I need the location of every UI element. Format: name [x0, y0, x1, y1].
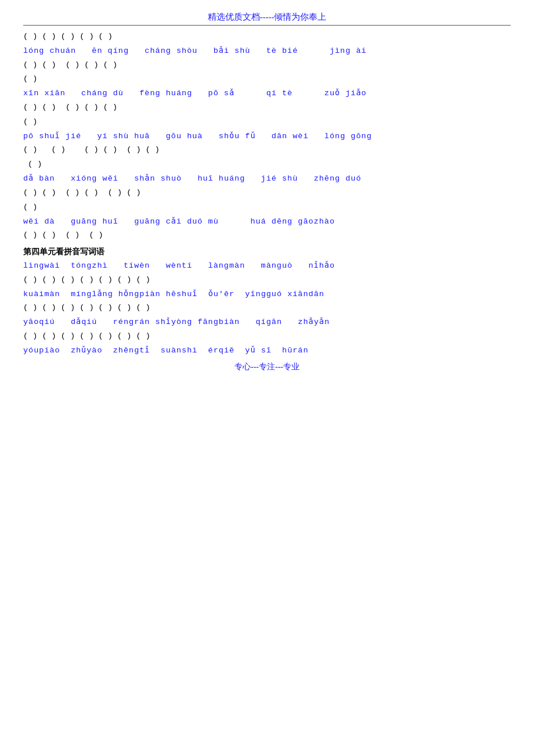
- section-1: ( ) ( ) ( ) ( ) ( ) lóng chuán ēn qíng c…: [23, 30, 511, 86]
- pinyin-row: lìngwài tóngzhì tíwèn wèntí làngmàn màng…: [23, 260, 511, 272]
- section-3: pō shuǐ jié yí shù huā gōu huà shǒu fǔ d…: [23, 130, 511, 171]
- pinyin-row: kuàimàn mínglǎng hǒngpiàn hēshuǐ ǒu'ěr y…: [23, 288, 511, 301]
- pinyin-row: pō shuǐ jié yí shù huā gōu huà shǒu fǔ d…: [23, 130, 511, 143]
- blank-row: ( ) ( ) ( ) ( ) ( ): [23, 30, 511, 44]
- section-4: dǎ bàn xióng wěi shǎn shuò huī huáng jié…: [23, 172, 511, 214]
- blank-row: ( ): [23, 201, 511, 214]
- blank-row: ( ): [23, 116, 511, 129]
- blank-row: ( ) ( ) ( ) ( ): [23, 229, 511, 242]
- blank-row: ( ) ( ) ( ) ( ) ( ) ( ) ( ): [23, 273, 511, 287]
- pinyin-row: yāoqiú dǎqiú réngrán shǐyòng fāngbiàn qí…: [23, 316, 511, 329]
- blank-row: ( ): [23, 73, 511, 86]
- pinyin-row: dǎ bàn xióng wěi shǎn shuò huī huáng jié…: [23, 172, 511, 185]
- section-5: wěi dà guāng huī guāng cǎi duó mù huá dē…: [23, 215, 511, 243]
- blank-row: ( ) ( ) ( ) ( ) ( ): [23, 101, 511, 114]
- blank-row: ( ) ( ) ( ) ( ) ( ): [23, 59, 511, 72]
- section-header: 第四单元看拼音写词语: [23, 247, 511, 257]
- footer: 专心---专注---专业: [23, 362, 511, 372]
- section-6: lìngwài tóngzhì tíwèn wèntí làngmàn màng…: [23, 260, 511, 357]
- blank-row: ( ) ( ) ( ) ( ) ( ) ( ) ( ): [23, 301, 511, 315]
- blank-row: ( ): [23, 158, 511, 171]
- page-title: 精选优质文档-----倾情为你奉上: [23, 12, 511, 23]
- pinyin-row: yóupiào zhǔyào zhěngtǐ suànshì érqiě yǔ …: [23, 344, 511, 357]
- section-2: xīn xiān cháng dù fèng huáng pō sǎ qí tè…: [23, 87, 511, 128]
- pinyin-row: lóng chuán ēn qíng cháng shòu bǎi shù tè…: [23, 45, 511, 57]
- title-divider: [23, 25, 511, 26]
- blank-row: ( ) ( ) ( ) ( ) ( ) ( ): [23, 143, 511, 157]
- blank-row: ( ) ( ) ( ) ( ) ( ) ( ): [23, 186, 511, 200]
- pinyin-row: xīn xiān cháng dù fèng huáng pō sǎ qí tè…: [23, 87, 511, 100]
- blank-row: ( ) ( ) ( ) ( ) ( ) ( ) ( ): [23, 330, 511, 343]
- pinyin-row: wěi dà guāng huī guāng cǎi duó mù huá dē…: [23, 215, 511, 228]
